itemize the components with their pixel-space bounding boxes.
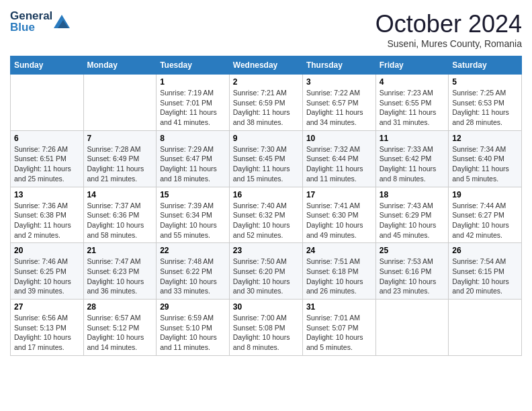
calendar-cell: 3Sunrise: 7:22 AMSunset: 6:57 PMDaylight…	[302, 75, 375, 131]
day-info: Sunrise: 7:54 AMSunset: 6:15 PMDaylight:…	[452, 257, 518, 296]
day-number: 18	[380, 190, 445, 199]
calendar-cell: 16Sunrise: 7:40 AMSunset: 6:32 PMDayligh…	[229, 187, 302, 243]
day-info: Sunrise: 7:00 AMSunset: 5:08 PMDaylight:…	[233, 313, 299, 353]
day-info: Sunrise: 7:21 AMSunset: 6:59 PMDaylight:…	[233, 88, 299, 128]
day-number: 25	[380, 246, 445, 255]
calendar-cell: 31Sunrise: 7:01 AMSunset: 5:07 PMDayligh…	[302, 300, 375, 356]
calendar-week-row: 1Sunrise: 7:19 AMSunset: 7:01 PMDaylight…	[11, 75, 522, 131]
page-header: General Blue October 2024 Suseni, Mures …	[10, 10, 522, 49]
calendar-cell: 18Sunrise: 7:43 AMSunset: 6:29 PMDayligh…	[375, 187, 448, 243]
calendar-cell: 5Sunrise: 7:25 AMSunset: 6:53 PMDaylight…	[449, 75, 522, 131]
header-day: Friday	[375, 56, 448, 75]
header-day: Monday	[83, 56, 157, 75]
day-number: 30	[233, 302, 299, 312]
day-info: Sunrise: 7:36 AMSunset: 6:38 PMDaylight:…	[14, 201, 80, 240]
header-row: SundayMondayTuesdayWednesdayThursdayFrid…	[11, 56, 522, 75]
calendar-cell: 11Sunrise: 7:33 AMSunset: 6:42 PMDayligh…	[375, 130, 448, 187]
calendar-cell	[11, 75, 84, 131]
day-number: 2	[233, 77, 299, 87]
day-info: Sunrise: 7:23 AMSunset: 6:55 PMDaylight:…	[380, 88, 445, 128]
calendar-cell: 26Sunrise: 7:54 AMSunset: 6:15 PMDayligh…	[449, 243, 522, 300]
calendar-cell: 12Sunrise: 7:34 AMSunset: 6:40 PMDayligh…	[449, 130, 522, 187]
day-number: 22	[160, 246, 226, 255]
day-info: Sunrise: 7:48 AMSunset: 6:22 PMDaylight:…	[160, 257, 226, 296]
day-number: 31	[306, 302, 372, 312]
logo-blue: Blue	[10, 21, 52, 33]
day-number: 12	[452, 134, 518, 143]
calendar-table: SundayMondayTuesdayWednesdayThursdayFrid…	[10, 56, 522, 356]
calendar-cell: 23Sunrise: 7:50 AMSunset: 6:20 PMDayligh…	[229, 243, 302, 300]
day-info: Sunrise: 7:19 AMSunset: 7:01 PMDaylight:…	[160, 88, 226, 128]
calendar-cell: 25Sunrise: 7:53 AMSunset: 6:16 PMDayligh…	[375, 243, 448, 300]
day-number: 26	[452, 246, 518, 255]
day-info: Sunrise: 7:44 AMSunset: 6:27 PMDaylight:…	[452, 201, 518, 240]
calendar-cell: 22Sunrise: 7:48 AMSunset: 6:22 PMDayligh…	[157, 243, 230, 300]
calendar-cell: 17Sunrise: 7:41 AMSunset: 6:30 PMDayligh…	[302, 187, 375, 243]
day-info: Sunrise: 7:30 AMSunset: 6:45 PMDaylight:…	[233, 144, 299, 184]
day-info: Sunrise: 7:25 AMSunset: 6:53 PMDaylight:…	[452, 88, 518, 128]
calendar-cell	[375, 300, 448, 356]
calendar-cell: 8Sunrise: 7:29 AMSunset: 6:47 PMDaylight…	[157, 130, 230, 187]
day-info: Sunrise: 7:37 AMSunset: 6:36 PMDaylight:…	[87, 201, 153, 240]
day-number: 17	[306, 190, 372, 199]
title-block: October 2024 Suseni, Mures County, Roman…	[375, 10, 522, 49]
month-title: October 2024	[375, 10, 522, 38]
day-info: Sunrise: 7:32 AMSunset: 6:44 PMDaylight:…	[306, 144, 372, 184]
day-number: 28	[87, 302, 153, 312]
calendar-cell: 20Sunrise: 7:46 AMSunset: 6:25 PMDayligh…	[11, 243, 84, 300]
calendar-week-row: 20Sunrise: 7:46 AMSunset: 6:25 PMDayligh…	[11, 243, 522, 300]
calendar-cell: 10Sunrise: 7:32 AMSunset: 6:44 PMDayligh…	[302, 130, 375, 187]
calendar-cell: 19Sunrise: 7:44 AMSunset: 6:27 PMDayligh…	[449, 187, 522, 243]
day-info: Sunrise: 7:40 AMSunset: 6:32 PMDaylight:…	[233, 201, 299, 240]
day-number: 6	[14, 134, 80, 143]
day-number: 9	[233, 134, 299, 143]
day-info: Sunrise: 7:53 AMSunset: 6:16 PMDaylight:…	[380, 257, 445, 296]
day-number: 10	[306, 134, 372, 143]
day-number: 7	[87, 134, 153, 143]
day-info: Sunrise: 7:50 AMSunset: 6:20 PMDaylight:…	[233, 257, 299, 296]
calendar-cell: 13Sunrise: 7:36 AMSunset: 6:38 PMDayligh…	[11, 187, 84, 243]
calendar-cell: 1Sunrise: 7:19 AMSunset: 7:01 PMDaylight…	[157, 75, 230, 131]
calendar-week-row: 27Sunrise: 6:56 AMSunset: 5:13 PMDayligh…	[11, 300, 522, 356]
day-number: 29	[160, 302, 226, 312]
calendar-cell: 6Sunrise: 7:26 AMSunset: 6:51 PMDaylight…	[11, 130, 84, 187]
day-number: 11	[380, 134, 445, 143]
header-day: Thursday	[302, 56, 375, 75]
calendar-cell: 9Sunrise: 7:30 AMSunset: 6:45 PMDaylight…	[229, 130, 302, 187]
day-info: Sunrise: 7:22 AMSunset: 6:57 PMDaylight:…	[306, 88, 372, 128]
day-number: 21	[87, 246, 153, 255]
day-number: 23	[233, 246, 299, 255]
calendar-cell: 7Sunrise: 7:28 AMSunset: 6:49 PMDaylight…	[83, 130, 157, 187]
day-number: 13	[14, 190, 80, 199]
day-info: Sunrise: 6:59 AMSunset: 5:10 PMDaylight:…	[160, 313, 226, 353]
day-number: 8	[160, 134, 226, 143]
location-subtitle: Suseni, Mures County, Romania	[375, 38, 522, 49]
calendar-cell	[83, 75, 157, 131]
calendar-cell: 29Sunrise: 6:59 AMSunset: 5:10 PMDayligh…	[157, 300, 230, 356]
day-number: 15	[160, 190, 226, 199]
day-number: 5	[452, 77, 518, 87]
day-info: Sunrise: 7:33 AMSunset: 6:42 PMDaylight:…	[380, 144, 445, 184]
day-info: Sunrise: 7:41 AMSunset: 6:30 PMDaylight:…	[306, 201, 372, 240]
day-number: 19	[452, 190, 518, 199]
day-info: Sunrise: 7:51 AMSunset: 6:18 PMDaylight:…	[306, 257, 372, 296]
day-info: Sunrise: 7:01 AMSunset: 5:07 PMDaylight:…	[306, 313, 372, 353]
header-day: Saturday	[449, 56, 522, 75]
calendar-cell: 14Sunrise: 7:37 AMSunset: 6:36 PMDayligh…	[83, 187, 157, 243]
day-info: Sunrise: 7:46 AMSunset: 6:25 PMDaylight:…	[14, 257, 80, 296]
day-info: Sunrise: 7:47 AMSunset: 6:23 PMDaylight:…	[87, 257, 153, 296]
calendar-cell: 15Sunrise: 7:39 AMSunset: 6:34 PMDayligh…	[157, 187, 230, 243]
day-info: Sunrise: 7:29 AMSunset: 6:47 PMDaylight:…	[160, 144, 226, 184]
day-number: 24	[306, 246, 372, 255]
day-number: 3	[306, 77, 372, 87]
calendar-cell: 4Sunrise: 7:23 AMSunset: 6:55 PMDaylight…	[375, 75, 448, 131]
calendar-cell: 27Sunrise: 6:56 AMSunset: 5:13 PMDayligh…	[11, 300, 84, 356]
calendar-cell: 21Sunrise: 7:47 AMSunset: 6:23 PMDayligh…	[83, 243, 157, 300]
header-day: Sunday	[11, 56, 84, 75]
day-info: Sunrise: 7:28 AMSunset: 6:49 PMDaylight:…	[87, 144, 153, 184]
day-number: 16	[233, 190, 299, 199]
day-info: Sunrise: 7:39 AMSunset: 6:34 PMDaylight:…	[160, 201, 226, 240]
day-number: 4	[380, 77, 445, 87]
calendar-week-row: 6Sunrise: 7:26 AMSunset: 6:51 PMDaylight…	[11, 130, 522, 187]
calendar-cell: 2Sunrise: 7:21 AMSunset: 6:59 PMDaylight…	[229, 75, 302, 131]
